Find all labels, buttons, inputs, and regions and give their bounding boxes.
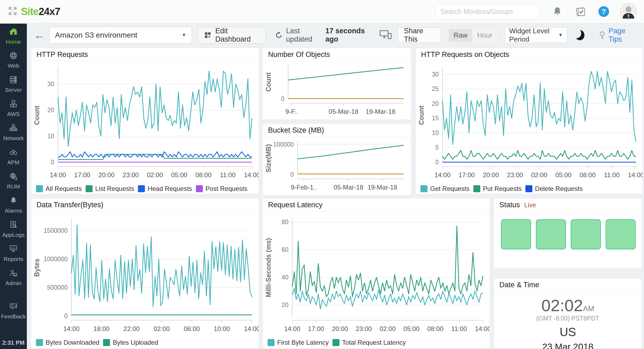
svg-text:11:00: 11:00: [220, 171, 235, 179]
dark-mode-moon-icon[interactable]: [575, 30, 584, 40]
legend-label: All Requests: [46, 185, 82, 192]
raw-toggle[interactable]: Raw: [449, 29, 472, 42]
hour-toggle[interactable]: Hour: [472, 29, 497, 42]
edit-dashboard-button[interactable]: Edit Dashboard: [198, 27, 266, 43]
legend-item[interactable]: Head Requests: [138, 185, 192, 192]
svg-text:02:00: 02:00: [531, 171, 547, 179]
legend-label: Delete Requests: [535, 185, 583, 192]
legend-label: First Byte Latency: [277, 339, 329, 346]
sidebar-item-web[interactable]: Web: [0, 48, 27, 72]
legend-item[interactable]: Post Requests: [196, 185, 247, 192]
svg-text:14:00: 14:00: [628, 171, 643, 179]
widget-data-transfer: Data Transfer(Bytes) 0500000100000015000…: [31, 198, 259, 348]
legend-item[interactable]: All Requests: [36, 185, 82, 192]
svg-text:14:00: 14:00: [244, 171, 259, 179]
aws-icon: [9, 99, 18, 110]
sidebar-item-applogs[interactable]: AppLogs: [0, 217, 27, 241]
back-arrow-icon[interactable]: ←: [34, 30, 45, 41]
dashboard-select[interactable]: Amazon S3 environment▼: [49, 27, 192, 43]
svg-text:22:00: 22:00: [123, 325, 140, 332]
raw-hour-toggle: Raw Hour: [447, 27, 499, 43]
legend-item[interactable]: Put Requests: [473, 185, 522, 192]
legend-label: Bytes Downloaded: [46, 339, 99, 346]
legend-item[interactable]: Bytes Uploaded: [103, 339, 158, 346]
svg-text:17:00: 17:00: [308, 325, 324, 332]
user-avatar[interactable]: [620, 3, 637, 20]
svg-text:08:00: 08:00: [580, 171, 596, 179]
widget-bucket-size: Bucket Size (MB) 01000009-Feb-1..05-Mar-…: [262, 123, 411, 195]
page-tips-link[interactable]: Page Tips: [599, 27, 637, 43]
sidebar-item-aws[interactable]: AWS: [0, 96, 27, 120]
svg-text:23:00: 23:00: [507, 171, 523, 179]
svg-text:14:00: 14:00: [475, 325, 490, 332]
sidebar-item-label: AWS: [7, 111, 20, 117]
legend-label: List Requests: [95, 185, 134, 192]
chart-legend: First Byte LatencyTotal Request Latency: [263, 337, 490, 348]
svg-text:5: 5: [435, 144, 439, 151]
svg-text:17:00: 17:00: [459, 171, 475, 179]
legend-item[interactable]: First Byte Latency: [268, 339, 329, 346]
svg-text:14:00: 14:00: [434, 171, 451, 179]
svg-text:02:00: 02:00: [153, 325, 170, 332]
svg-text:18:00: 18:00: [93, 325, 109, 332]
legend-swatch: [420, 185, 427, 192]
legend-item[interactable]: Get Requests: [420, 185, 470, 192]
number-of-objects-chart: 09-F..05-Mar-1819-Mar-18Count: [263, 61, 411, 116]
tasks-icon[interactable]: [575, 6, 587, 17]
svg-text:9-Feb-1..: 9-Feb-1..: [291, 184, 317, 191]
legend-swatch: [103, 339, 110, 346]
svg-text:Milli-Seconds (ms): Milli-Seconds (ms): [265, 238, 272, 297]
legend-swatch: [36, 339, 43, 346]
legend-swatch: [268, 339, 275, 346]
sidebar-item-rum[interactable]: RUM: [0, 169, 27, 193]
help-icon[interactable]: ?: [598, 6, 609, 17]
sidebar-item-admin[interactable]: Admin: [0, 265, 27, 289]
status-monitor-tile[interactable]: [536, 219, 566, 249]
sidebar-item-network[interactable]: Network: [0, 120, 27, 144]
sidebar-item-feedback[interactable]: Feedback: [0, 299, 27, 323]
widget-level-period-select[interactable]: Widget Level Period▼: [505, 27, 568, 43]
legend-label: Get Requests: [430, 185, 470, 192]
svg-text:20: 20: [47, 107, 54, 114]
legend-swatch: [473, 185, 480, 192]
search-input[interactable]: [435, 4, 540, 19]
svg-text:11:00: 11:00: [604, 171, 620, 179]
svg-text:100000: 100000: [273, 141, 294, 148]
sidebar-item-server[interactable]: Server: [0, 72, 27, 96]
sidebar-item-apm[interactable]: APM: [0, 144, 27, 169]
legend-item[interactable]: Delete Requests: [525, 185, 583, 192]
share-this-button[interactable]: Share This: [398, 28, 441, 43]
svg-text:9-F..: 9-F..: [286, 108, 298, 115]
svg-text:40: 40: [281, 274, 288, 281]
status-monitor-tile[interactable]: [501, 219, 531, 249]
sidebar-item-label: Server: [5, 87, 22, 93]
legend-item[interactable]: Total Request Latency: [332, 339, 406, 346]
svg-text:20:00: 20:00: [332, 325, 348, 332]
server-icon: [9, 75, 18, 85]
sidebar: HomeWebServerAWSNetworkAPMRUMAlarmsAppLo…: [0, 24, 27, 349]
sidebar-item-alarms[interactable]: Alarms: [0, 193, 27, 217]
toolbar-divider: [592, 29, 592, 41]
svg-text:14:00: 14:00: [244, 325, 259, 332]
clock-time: 02:02AM: [494, 297, 642, 314]
widget-title: HTTP Requests on Objects: [416, 48, 643, 61]
sidebar-item-home[interactable]: Home: [0, 24, 27, 48]
sidebar-item-label: Network: [3, 135, 24, 141]
sidebar-item-reports[interactable]: Reports: [0, 241, 27, 265]
notifications-bell-icon[interactable]: [552, 6, 563, 17]
svg-text:11:00: 11:00: [451, 325, 467, 332]
site24x7-logo[interactable]: Site24x7: [21, 6, 60, 17]
expand-icon[interactable]: [8, 6, 17, 17]
legend-item[interactable]: List Requests: [86, 185, 134, 192]
legend-item[interactable]: Bytes Downloaded: [36, 339, 99, 346]
chevron-down-icon: ▼: [182, 32, 186, 38]
svg-text:19-Mar-18: 19-Mar-18: [368, 184, 397, 191]
status-monitor-tile[interactable]: [606, 219, 636, 249]
sidebar-item-label: Alarms: [5, 208, 22, 214]
status-monitor-tile[interactable]: [571, 219, 601, 249]
refresh-icon[interactable]: [275, 31, 283, 40]
svg-text:500000: 500000: [47, 284, 68, 291]
devices-icon[interactable]: [379, 29, 392, 41]
http-requests-on-objects-chart: 05101520253014:0017:0020:0023:0002:0005:…: [416, 61, 643, 183]
svg-text:1500000: 1500000: [43, 227, 68, 234]
